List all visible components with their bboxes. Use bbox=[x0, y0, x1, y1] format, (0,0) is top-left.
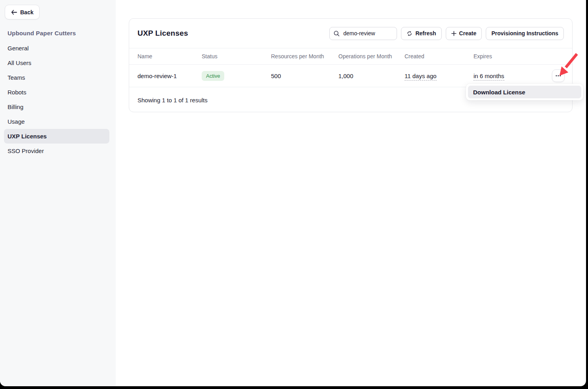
sidebar-item-label: Billing bbox=[8, 103, 23, 110]
table-header-row: Name Status Resources per Month Operatio… bbox=[129, 48, 572, 65]
search-box[interactable] bbox=[329, 27, 397, 40]
menu-item-label: Download License bbox=[473, 89, 525, 96]
sidebar-item-uxp-licenses[interactable]: UXP Licenses bbox=[4, 129, 109, 144]
sidebar-item-label: Teams bbox=[8, 74, 25, 81]
back-arrow-icon bbox=[11, 10, 17, 15]
settings-sidebar: Back Upbound Paper Cutters General All U… bbox=[0, 0, 116, 386]
column-header-name: Name bbox=[137, 53, 202, 59]
more-options-icon bbox=[556, 75, 561, 77]
sidebar-item-robots[interactable]: Robots bbox=[4, 85, 109, 100]
page-title: UXP Licenses bbox=[137, 29, 188, 38]
sidebar-item-usage[interactable]: Usage bbox=[4, 114, 109, 129]
refresh-icon bbox=[407, 31, 412, 36]
column-header-created: Created bbox=[405, 53, 473, 59]
provisioning-instructions-label: Provisioning Instructions bbox=[491, 30, 558, 36]
operations-per-month-value: 1,000 bbox=[338, 73, 405, 79]
row-actions-button[interactable] bbox=[552, 69, 565, 82]
row-actions-menu: Download License bbox=[466, 84, 583, 100]
created-value: 11 days ago bbox=[405, 73, 437, 80]
column-header-status: Status bbox=[202, 53, 271, 59]
sidebar-item-billing[interactable]: Billing bbox=[4, 100, 109, 114]
search-icon bbox=[334, 31, 340, 36]
sidebar-item-label: SSO Provider bbox=[8, 148, 44, 154]
sidebar-item-teams[interactable]: Teams bbox=[4, 70, 109, 85]
provisioning-instructions-button[interactable]: Provisioning Instructions bbox=[486, 27, 564, 40]
sidebar-item-sso-provider[interactable]: SSO Provider bbox=[4, 144, 109, 158]
status-badge: Active bbox=[202, 71, 224, 81]
search-input[interactable] bbox=[342, 30, 393, 37]
sidebar-item-label: Usage bbox=[8, 118, 25, 125]
card-header: UXP Licenses bbox=[129, 19, 572, 48]
license-name: demo-review-1 bbox=[137, 73, 202, 79]
sidebar-nav: General All Users Teams Robots Billing U… bbox=[0, 41, 116, 158]
organization-name: Upbound Paper Cutters bbox=[8, 30, 76, 36]
resources-per-month-value: 500 bbox=[271, 73, 338, 79]
create-button[interactable]: Create bbox=[446, 27, 482, 40]
refresh-button-label: Refresh bbox=[415, 30, 436, 36]
sidebar-item-all-users[interactable]: All Users bbox=[4, 56, 109, 70]
expires-value: in 6 months bbox=[473, 73, 504, 80]
sidebar-item-label: UXP Licenses bbox=[8, 133, 47, 140]
menu-item-download-license[interactable]: Download License bbox=[468, 86, 581, 98]
column-header-expires: Expires bbox=[473, 53, 546, 59]
sidebar-item-label: Robots bbox=[8, 89, 27, 96]
plus-icon bbox=[451, 31, 456, 36]
sidebar-item-label: All Users bbox=[8, 59, 31, 66]
refresh-button[interactable]: Refresh bbox=[401, 27, 441, 40]
sidebar-item-label: General bbox=[8, 45, 29, 52]
app-window: Back Upbound Paper Cutters General All U… bbox=[0, 0, 586, 386]
back-button[interactable]: Back bbox=[5, 5, 40, 19]
column-header-resources: Resources per Month bbox=[271, 53, 338, 59]
toolbar: Refresh Create Provisioning Instructions bbox=[329, 27, 564, 40]
column-header-operations: Operations per Month bbox=[338, 53, 405, 59]
create-button-label: Create bbox=[459, 30, 477, 36]
back-button-label: Back bbox=[20, 9, 33, 15]
sidebar-item-general[interactable]: General bbox=[4, 41, 109, 56]
